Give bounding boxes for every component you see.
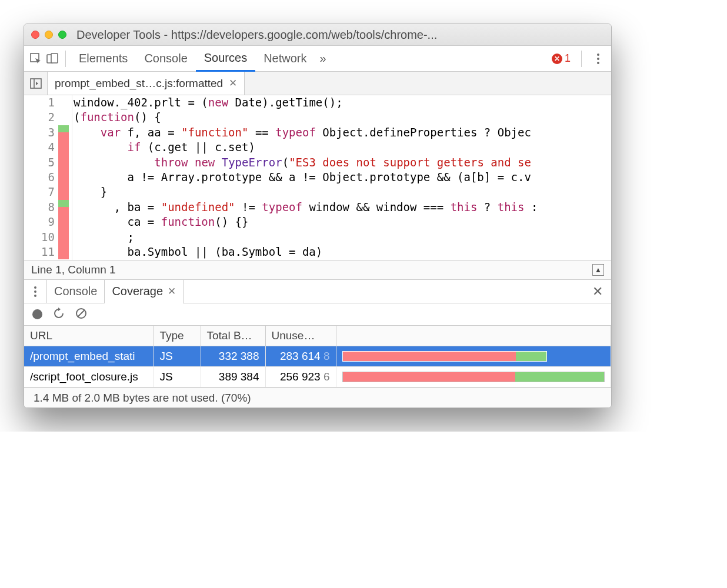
gutter: 1234567891011: [24, 95, 72, 260]
code-line: var f, aa = "function" == typeof Object.…: [74, 125, 611, 140]
coverage-marker: [58, 245, 69, 259]
line-number: 9: [24, 215, 58, 229]
more-tabs-icon[interactable]: »: [320, 52, 326, 65]
window-minimize-button[interactable]: [45, 31, 53, 39]
drawer-tab-console[interactable]: Console: [46, 280, 105, 303]
close-icon[interactable]: ✕: [168, 285, 176, 298]
error-number: 1: [565, 52, 571, 65]
separator: [65, 51, 66, 67]
cell-bar: [336, 367, 611, 387]
file-tabs-row: prompt_embed_st…c.js:formatted ✕: [24, 72, 611, 95]
file-tab[interactable]: prompt_embed_st…c.js:formatted ✕: [48, 72, 245, 95]
col-unused[interactable]: Unuse…: [265, 326, 336, 346]
coverage-marker: [58, 125, 69, 140]
close-icon[interactable]: ✕: [229, 77, 237, 89]
usage-bar: [342, 351, 547, 362]
code-line: (function() {: [74, 110, 611, 125]
usage-bar: [342, 372, 605, 382]
settings-menu-icon[interactable]: [592, 54, 604, 64]
reload-icon[interactable]: [53, 308, 65, 322]
code-line: ba.Symbol || (ba.Symbol = da): [74, 245, 611, 259]
line-number: 4: [24, 140, 58, 155]
cell-bar: [336, 346, 611, 367]
line-number: 3: [24, 125, 58, 140]
col-url[interactable]: URL: [24, 326, 154, 346]
cursor-position: Line 1, Column 1: [31, 263, 116, 276]
error-icon: ✕: [552, 54, 562, 64]
window-close-button[interactable]: [31, 31, 39, 39]
svg-line-6: [78, 310, 85, 317]
tab-sources[interactable]: Sources: [196, 46, 255, 72]
code-line: ;: [74, 230, 611, 245]
coverage-marker: [58, 200, 69, 215]
coverage-marker: [58, 170, 69, 185]
code-line: ca = function() {}: [74, 215, 611, 229]
drawer-tab-label: Coverage: [112, 285, 163, 298]
col-type[interactable]: Type: [154, 326, 201, 346]
code-line: , ba = "undefined" != typeof window && w…: [74, 200, 611, 215]
line-number: 10: [24, 230, 58, 245]
code-line: if (c.get || c.set): [74, 140, 611, 155]
record-icon[interactable]: [32, 309, 42, 319]
separator: [581, 51, 582, 67]
line-number: 5: [24, 155, 58, 170]
table-row[interactable]: /script_foot_closure.js JS 389 384 256 9…: [24, 367, 611, 387]
drawer-tab-coverage[interactable]: Coverage ✕: [105, 280, 184, 303]
clear-icon[interactable]: [75, 308, 87, 322]
inspect-element-icon[interactable]: [28, 53, 44, 65]
table-row[interactable]: /prompt_embed_stati JS 332 388 283 614 8: [24, 346, 611, 367]
drawer-menu-icon[interactable]: [26, 286, 44, 297]
coverage-marker: [58, 140, 69, 155]
window-zoom-button[interactable]: [58, 31, 66, 39]
drawer-tabs: Console Coverage ✕ ✕: [24, 280, 611, 303]
code-line: window._402.prlt = (new Date).getTime();: [74, 95, 611, 110]
cell-type: JS: [154, 367, 201, 387]
coverage-summary: 1.4 MB of 2.0 MB bytes are not used. (70…: [24, 387, 611, 407]
line-number: 8: [24, 200, 58, 215]
collapse-drawer-icon[interactable]: ▲: [592, 264, 604, 276]
tab-console[interactable]: Console: [136, 46, 195, 72]
code-line: a != Array.prototype && a != Object.prot…: [74, 170, 611, 185]
line-number: 11: [24, 245, 58, 259]
cell-total: 332 388: [201, 346, 265, 367]
table-header-row: URL Type Total B… Unuse…: [24, 326, 611, 346]
code-editor[interactable]: 1234567891011 window._402.prlt = (new Da…: [24, 95, 611, 260]
line-number: 6: [24, 170, 58, 185]
drawer-close-icon[interactable]: ✕: [584, 284, 611, 299]
line-number: 1: [24, 95, 58, 110]
tab-elements[interactable]: Elements: [71, 46, 136, 72]
cell-url: /prompt_embed_stati: [24, 346, 154, 367]
navigator-toggle-icon[interactable]: [24, 72, 48, 95]
line-number: 2: [24, 110, 58, 125]
window-title: Developer Tools - https://developers.goo…: [76, 28, 437, 42]
cell-total: 389 384: [201, 367, 265, 387]
main-toolbar: Elements Console Sources Network » ✕ 1: [24, 46, 611, 72]
coverage-toolbar: [24, 303, 611, 326]
coverage-marker: [58, 95, 69, 110]
titlebar: Developer Tools - https://developers.goo…: [24, 24, 611, 46]
error-count[interactable]: ✕ 1: [552, 52, 571, 65]
file-tab-name: prompt_embed_st…c.js:formatted: [55, 77, 223, 90]
coverage-marker: [58, 110, 69, 125]
device-toolbar-icon[interactable]: [44, 53, 61, 65]
line-number: 7: [24, 185, 58, 199]
code-line: throw new TypeError("ES3 does not suppor…: [74, 155, 611, 170]
coverage-table: URL Type Total B… Unuse… /prompt_embed_s…: [24, 326, 611, 387]
coverage-summary-text: 1.4 MB of 2.0 MB bytes are not used. (70…: [34, 392, 251, 405]
coverage-marker: [58, 230, 69, 245]
cell-url: /script_foot_closure.js: [24, 367, 154, 387]
devtools-window: Developer Tools - https://developers.goo…: [24, 24, 612, 408]
col-total[interactable]: Total B…: [201, 326, 265, 346]
coverage-marker: [58, 185, 69, 199]
coverage-marker: [58, 215, 69, 229]
code-lines: window._402.prlt = (new Date).getTime();…: [72, 95, 611, 260]
col-bar[interactable]: [336, 326, 611, 346]
coverage-marker: [58, 155, 69, 170]
code-line: }: [74, 185, 611, 199]
svg-rect-2: [51, 54, 58, 63]
cell-type: JS: [154, 346, 201, 367]
cell-unused: 256 923 6: [265, 367, 336, 387]
tab-network[interactable]: Network: [255, 46, 315, 72]
cell-unused: 283 614 8: [265, 346, 336, 367]
status-bar: Line 1, Column 1 ▲: [24, 260, 611, 280]
